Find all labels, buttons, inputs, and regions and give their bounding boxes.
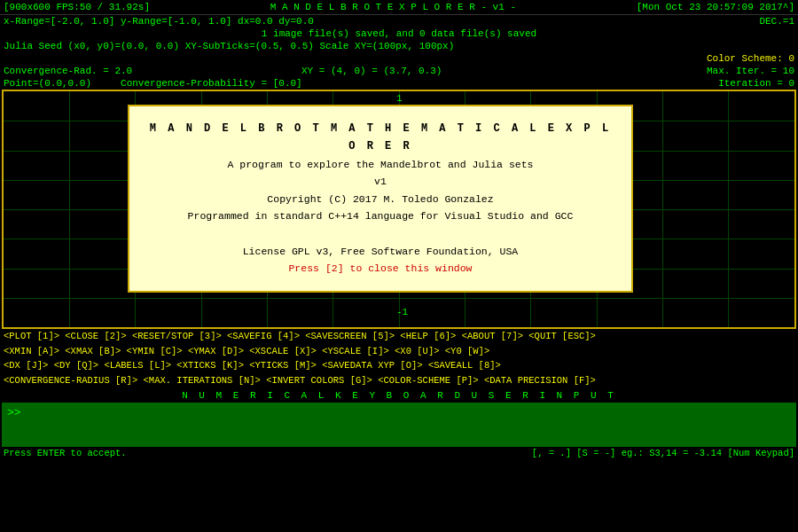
dec-info: DEC.=1 bbox=[759, 16, 794, 27]
about-press-key[interactable]: Press [2] to close this window bbox=[147, 260, 614, 278]
color-scheme-bar-row: Color Scheme: 0 bbox=[0, 52, 798, 65]
about-title: M A N D E L B R O T M A T H E M A T I C … bbox=[147, 120, 614, 156]
about-line3: Copyright (C) 2017 M. Toledo Gonzalez bbox=[147, 191, 614, 208]
xy-coord: XY = (4, 0) = (3.7, 0.3) bbox=[301, 66, 442, 76]
tick-x-neg1: -1 bbox=[396, 307, 408, 317]
fps-info: [798x532 FPS:50 / 31.92s] bbox=[4, 2, 150, 12]
cursor-arrow: ↖ bbox=[724, 322, 731, 329]
about-dialog: M A N D E L B R O T M A T H E M A T I C … bbox=[128, 105, 633, 293]
app-title: M A N D E L B R O T E X P L O R E R - v1… bbox=[270, 2, 516, 12]
title-bar: [798x532 FPS:50 / 31.92s] M A N D E L B … bbox=[0, 0, 798, 15]
plot-area[interactable]: 1 -4 3 4 -1 ↖ M A N D E L B R O T M A T … bbox=[2, 90, 796, 329]
point-label: Point=(0.0,0.0) bbox=[4, 78, 91, 89]
about-line2: v1 bbox=[147, 173, 614, 191]
conv-rad: Convergence-Rad. = 2.0 bbox=[4, 66, 132, 76]
color-scheme-label: Color Scheme: 0 bbox=[707, 53, 794, 64]
shortcut-area: <PLOT [1]> <CLOSE [2]> <RESET/STOP [3]> … bbox=[0, 329, 798, 388]
info-bar-2: 1 image file(s) saved, and 0 data file(s… bbox=[0, 27, 798, 40]
tick-x-0: 1 bbox=[396, 93, 403, 104]
shortcut-row-1: <PLOT [1]> <CLOSE [2]> <RESET/STOP [3]> … bbox=[2, 329, 796, 344]
conv-prob: Convergence-Probability = [0.0] bbox=[121, 78, 302, 89]
input-area[interactable]: >> bbox=[2, 403, 796, 447]
shortcut-row-2: <XMIN [A]> <XMAX [B]> <YMIN [C]> <YMAX [… bbox=[2, 344, 796, 359]
keyboard-label-text: N U M E R I C A L K E Y B O A R D U S E … bbox=[182, 390, 616, 401]
input-prompt: >> bbox=[7, 406, 21, 419]
about-line5: License GPL v3, Free Software Foundation… bbox=[147, 243, 614, 261]
info-bar-3: Julia Seed (x0, y0)=(0.0, 0.0) XY-SubTic… bbox=[0, 40, 798, 52]
datetime: [Mon Oct 23 20:57:09 2017^] bbox=[637, 2, 794, 12]
shortcut-row-3: <DX [J]> <DY [Q]> <LABELS [L]> <XTICKS [… bbox=[2, 358, 796, 373]
julia-info: Julia Seed (x0, y0)=(0.0, 0.0) XY-SubTic… bbox=[4, 41, 454, 51]
keyboard-label: N U M E R I C A L K E Y B O A R D U S E … bbox=[0, 388, 798, 403]
about-line1: A program to explore the Mandelbrot and … bbox=[147, 156, 614, 174]
status-left: Press ENTER to accept. bbox=[4, 448, 127, 458]
point-row: Point=(0.0,0.0) Convergence-Probability … bbox=[0, 77, 798, 90]
status-right: [, = .] [S = -] eg.: S3,14 = -3.14 [Num … bbox=[532, 448, 794, 458]
save-info: 1 image file(s) saved, and 0 data file(s… bbox=[262, 28, 536, 39]
info-bar-1: x-Range=[-2.0, 1.0] y-Range=[-1.0, 1.0] … bbox=[0, 15, 798, 27]
convergence-row: Convergence-Rad. = 2.0 XY = (4, 0) = (3.… bbox=[0, 65, 798, 77]
range-info: x-Range=[-2.0, 1.0] y-Range=[-1.0, 1.0] … bbox=[4, 16, 314, 27]
about-line4: Programmed in standard C++14 language fo… bbox=[147, 207, 614, 225]
iteration-label: Iteration = 0 bbox=[718, 78, 794, 89]
status-bar: Press ENTER to accept. [, = .] [S = -] e… bbox=[0, 447, 798, 459]
shortcut-row-4: <CONVERGENCE-RADIUS [R]> <MAX. ITERATION… bbox=[2, 373, 796, 388]
max-iter: Max. Iter. = 10 bbox=[707, 66, 794, 76]
